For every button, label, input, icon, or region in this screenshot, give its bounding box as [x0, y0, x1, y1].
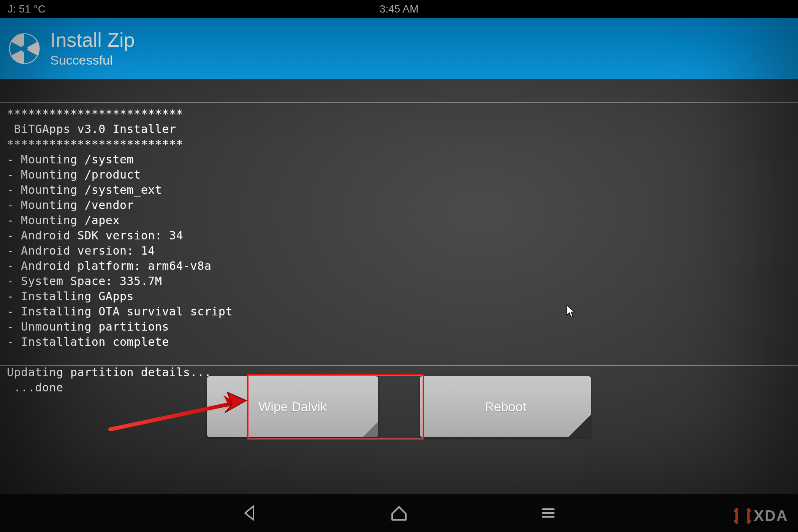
twrp-logo-icon — [8, 32, 41, 65]
nav-bar — [0, 494, 798, 532]
divider — [0, 365, 798, 366]
nav-menu-button[interactable] — [537, 502, 560, 524]
console-output: ************************* BiTGApps v3.0 … — [7, 106, 791, 395]
page-title: Install Zip — [50, 30, 135, 51]
xda-logo-icon — [734, 508, 751, 524]
button-corner-decoration — [363, 422, 378, 437]
wipe-dalvik-button[interactable]: Wipe Dalvik — [207, 376, 378, 437]
back-icon — [241, 504, 259, 522]
status-time: 3:45 AM — [380, 3, 419, 15]
nav-home-button[interactable] — [388, 502, 410, 524]
reboot-button[interactable]: Reboot — [420, 376, 591, 437]
status-temp: J: 51 °C — [8, 3, 46, 15]
nav-back-button[interactable] — [238, 502, 261, 524]
button-row: Wipe Dalvik Reboot — [0, 376, 798, 445]
header: Install Zip Successful — [0, 18, 798, 79]
status-bar: J: 51 °C 3:45 AM — [0, 0, 798, 18]
xda-watermark: XDA — [734, 507, 788, 524]
wipe-dalvik-label: Wipe Dalvik — [258, 399, 326, 414]
menu-icon — [539, 504, 557, 522]
cursor-icon — [566, 305, 577, 318]
home-icon — [390, 504, 408, 522]
divider — [0, 102, 798, 103]
xda-watermark-text: XDA — [754, 507, 788, 524]
reboot-label: Reboot — [484, 399, 526, 414]
page-subtitle: Successful — [50, 53, 135, 68]
svg-point-2 — [21, 45, 28, 52]
